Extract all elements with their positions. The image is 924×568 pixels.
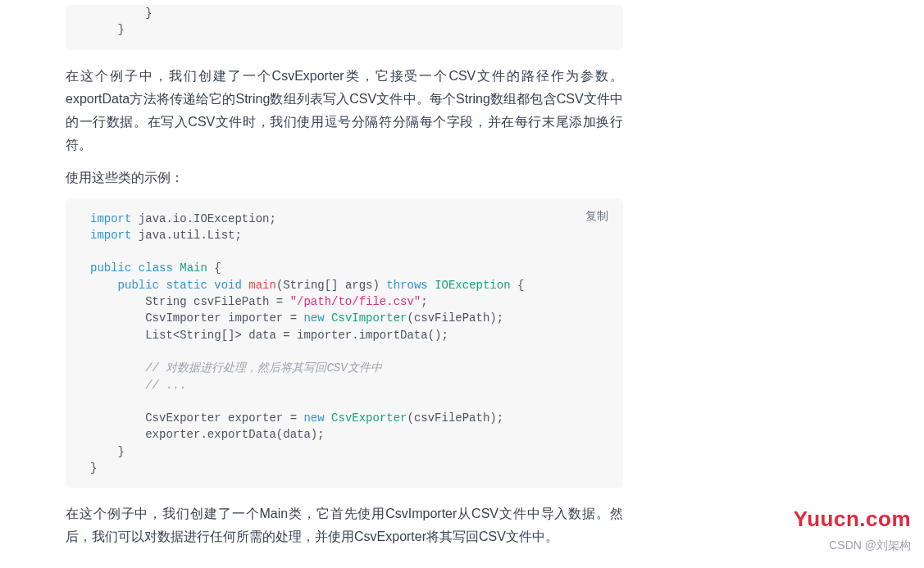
paragraph-3: 在这个例子中，我们创建了一个Main类，它首先使用CsvImporter从CSV… bbox=[66, 502, 623, 548]
code-line: } bbox=[90, 23, 125, 36]
copy-button[interactable]: 复制 bbox=[585, 207, 608, 224]
code-block-1: } } bbox=[66, 5, 623, 50]
watermark-logo: Yuucn.com bbox=[794, 507, 911, 532]
class-name: Main bbox=[180, 261, 207, 275]
code-line: } bbox=[90, 7, 152, 20]
article-container: } } 在这个例子中，我们创建了一个CsvExporter类，它接受一个CSV文… bbox=[0, 5, 623, 548]
paragraph-2: 使用这些类的示例： bbox=[66, 166, 623, 189]
comment: // 对数据进行处理，然后将其写回CSV文件中 bbox=[90, 361, 382, 375]
method-main: main bbox=[248, 279, 276, 292]
string-literal: "/path/to/file.csv" bbox=[290, 295, 421, 308]
comment: // ... bbox=[90, 379, 187, 392]
paragraph-1: 在这个例子中，我们创建了一个CsvExporter类，它接受一个CSV文件的路径… bbox=[66, 65, 623, 157]
code-block-2: 复制import java.io.IOException; import jav… bbox=[66, 199, 623, 488]
attribution-text: CSDN @刘架构 bbox=[829, 538, 911, 553]
keyword-import: import bbox=[90, 212, 131, 225]
